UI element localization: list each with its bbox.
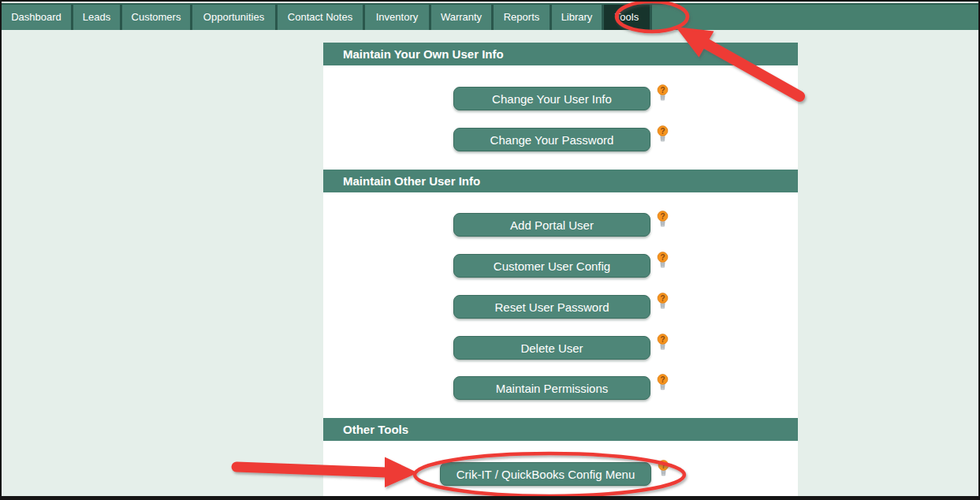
change-your-user-info-button[interactable]: Change Your User Info [453, 87, 650, 110]
app-window: Dashboard Leads Customers Opportunities … [0, 0, 980, 500]
change-your-password-button[interactable]: Change Your Password [453, 128, 650, 151]
section-header-other-user-info: Maintain Other User Info [323, 170, 798, 192]
help-lightbulb-icon[interactable]: ? [657, 293, 669, 311]
tab-library[interactable]: Library [552, 5, 604, 30]
button-row: Add Portal User ? [453, 213, 798, 237]
button-row: Change Your Password ? [453, 128, 798, 151]
help-lightbulb-icon[interactable]: ? [657, 84, 669, 103]
tab-opportunities[interactable]: Opportunities [192, 5, 278, 30]
delete-user-button[interactable]: Delete User [453, 336, 650, 360]
help-lightbulb-icon[interactable]: ? [657, 374, 669, 392]
tools-page-content: Maintain Your Own User Info Change Your … [323, 43, 798, 496]
main-navbar: Dashboard Leads Customers Opportunities … [2, 3, 978, 30]
customer-user-config-button[interactable]: Customer User Config [453, 254, 650, 278]
button-row: Maintain Permissions ? [453, 376, 798, 400]
question-glyph: ? [660, 294, 665, 303]
help-lightbulb-icon[interactable]: ? [657, 252, 669, 270]
question-glyph: ? [660, 375, 665, 384]
tab-customers[interactable]: Customers [122, 5, 192, 30]
bulb-base [661, 303, 665, 308]
button-row: Delete User ? [453, 336, 798, 360]
help-lightbulb-icon[interactable]: ? [657, 125, 669, 144]
tab-leads[interactable]: Leads [73, 5, 122, 30]
add-portal-user-button[interactable]: Add Portal User [453, 213, 650, 237]
help-lightbulb-icon[interactable]: ? [657, 334, 669, 352]
tab-warranty[interactable]: Warranty [431, 5, 494, 30]
help-lightbulb-icon[interactable]: ? [658, 460, 669, 478]
reset-user-password-button[interactable]: Reset User Password [453, 295, 650, 319]
bulb-base [661, 470, 665, 476]
button-row: Crik-IT / QuickBooks Config Menu ? [440, 462, 798, 486]
bulb-base [661, 95, 665, 100]
tab-inventory[interactable]: Inventory [365, 5, 431, 30]
bulb-base [661, 136, 665, 141]
tab-tools[interactable]: Tools [604, 5, 652, 30]
section-header-own-user-info: Maintain Your Own User Info [323, 43, 798, 65]
bulb-base [661, 344, 665, 349]
button-row: Customer User Config ? [453, 254, 798, 278]
button-row: Change Your User Info ? [453, 87, 798, 110]
question-glyph: ? [660, 212, 665, 221]
question-glyph: ? [660, 86, 665, 95]
tab-contact-notes[interactable]: Contact Notes [278, 5, 365, 30]
bulb-base [661, 262, 665, 267]
question-glyph: ? [660, 127, 665, 136]
question-glyph: ? [660, 335, 665, 344]
button-row: Reset User Password ? [453, 295, 798, 319]
bulb-base [661, 221, 665, 226]
crik-it-quickbooks-config-menu-button[interactable]: Crik-IT / QuickBooks Config Menu [440, 462, 651, 486]
question-glyph: ? [661, 461, 665, 470]
maintain-permissions-button[interactable]: Maintain Permissions [453, 376, 650, 400]
question-glyph: ? [660, 253, 665, 262]
tab-reports[interactable]: Reports [494, 5, 552, 30]
tab-dashboard[interactable]: Dashboard [2, 5, 73, 30]
help-lightbulb-icon[interactable]: ? [657, 211, 669, 229]
section-header-other-tools: Other Tools [323, 418, 798, 441]
bulb-base [661, 384, 665, 390]
